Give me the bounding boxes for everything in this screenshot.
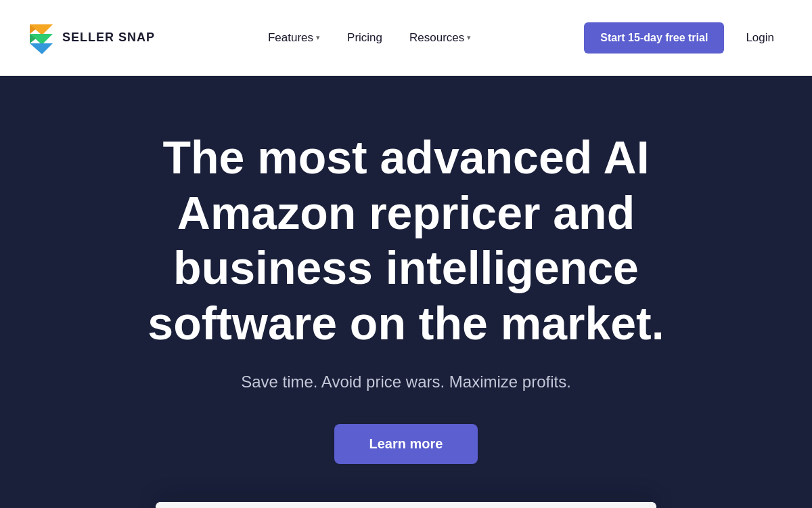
logo[interactable]: SELLER SNAP [27, 20, 155, 56]
hero-section: The most advanced AI Amazon repricer and… [0, 76, 812, 508]
chevron-down-icon: ▾ [467, 33, 471, 42]
nav-item-pricing[interactable]: Pricing [336, 26, 393, 50]
nav-links: Features ▾ Pricing Resources ▾ [257, 26, 482, 50]
chevron-down-icon: ▾ [316, 33, 320, 42]
nav-item-features[interactable]: Features ▾ [257, 26, 331, 50]
svg-marker-2 [30, 43, 53, 54]
nav-item-resources[interactable]: Resources ▾ [399, 26, 482, 50]
navbar: SELLER SNAP Features ▾ Pricing Resources… [0, 0, 812, 76]
logo-icon [27, 20, 55, 56]
start-trial-button[interactable]: Start 15-day free trial [584, 22, 724, 54]
nav-right: Start 15-day free trial Login [584, 22, 785, 54]
hero-subtitle: Save time. Avoid price wars. Maximize pr… [241, 373, 571, 391]
app-preview: SELLER SNAP Overview Settings Store sett… [156, 502, 656, 508]
logo-text: SELLER SNAP [62, 30, 155, 45]
learn-more-button[interactable]: Learn more [334, 424, 478, 464]
login-button[interactable]: Login [735, 26, 785, 50]
app-preview-bar: SELLER SNAP [156, 502, 656, 508]
hero-title: The most advanced AI Amazon repricer and… [102, 130, 710, 351]
